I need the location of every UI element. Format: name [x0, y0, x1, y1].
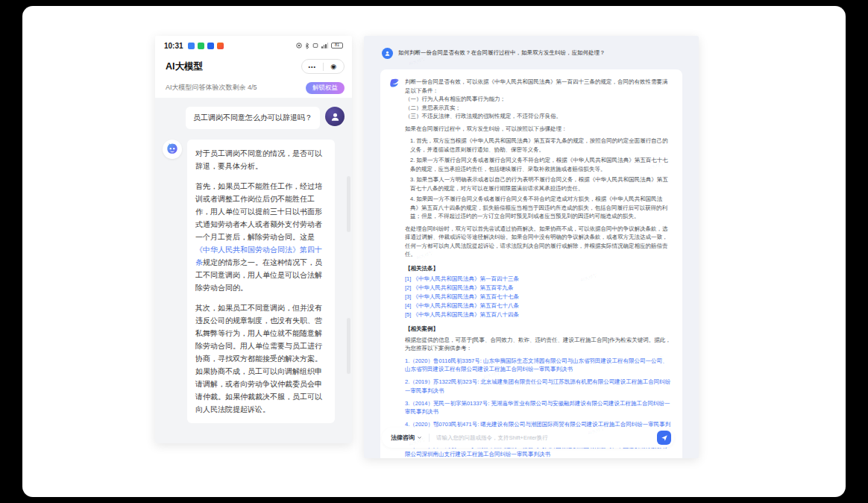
close-target-button[interactable]: ◉ [324, 63, 345, 70]
message-input-bar: 法律咨询 请输入您的问题或指令，支持Shift+Enter换行 [382, 428, 674, 448]
mode-selector[interactable]: 法律咨询 [391, 434, 422, 442]
case-link[interactable]: 3.（2014）芜民一初字第01337号: 芜湖嘉华置业有限公司与安徽融邦建设有… [405, 399, 673, 416]
ai-message-row: 对于员工调岗不同意的情况，是否可以辞退，要具体分析。 首先，如果员工不能胜任工作… [163, 140, 345, 423]
user-message-bubble: 员工调岗不同意怎么办可以辞退吗？ [186, 107, 320, 129]
ai-answer-card: 判断一份合同是否有效，可以依据《中华人民共和国民法典》第一百四十三条的规定，合同… [380, 69, 682, 458]
battery-icon: 81 [331, 43, 343, 49]
laws-list: [1] 《中华人民共和国民法典》第一百四十三条[2] 《中华人民共和国民法典》第… [405, 275, 673, 319]
quota-banner: AI大模型问答体验次数剩余 4/5 解锁权益 [155, 78, 352, 98]
step-item: 2. 如果一方不履行合同义务或者履行合同义务不符合约定，根据《中华人民共和国民法… [405, 156, 673, 173]
case-link[interactable]: 2.（2019）苏1322民初323号: 北京城建集团有限责任公司与江苏凯源有机… [405, 378, 673, 395]
related-cases-title: 【相关案例】 [405, 325, 673, 334]
closing-paragraph: 在处理合同纠纷时，双方可以首先尝试通过协商解决。如果协商不成，可以依据合同中的争… [405, 225, 673, 259]
person-icon [330, 111, 341, 122]
person-icon [384, 50, 391, 57]
ai-assistant-logo-icon [389, 78, 400, 89]
send-button[interactable] [657, 431, 671, 445]
scrollbar-thumb[interactable] [347, 176, 350, 232]
assistant-message-bubble: 对于员工调岗不同意的情况，是否可以辞退，要具体分析。 首先，如果员工不能胜任工作… [187, 140, 335, 423]
mobile-app-screenshot: 10:31 81 AI大模型 ••• ◉ AI大模型 [155, 36, 352, 443]
miniprogram-capsule: ••• ◉ [301, 59, 345, 74]
user-message-row: 员工调岗不同意怎么办可以辞退吗？ [163, 107, 345, 129]
status-time: 10:31 [164, 42, 183, 50]
law-link[interactable]: [5] 《中华人民共和国民法典》第五百八十四条 [405, 310, 673, 319]
page-canvas: 10:31 81 AI大模型 ••• ◉ AI大模型 [22, 6, 846, 497]
condition-item: （一）行为人具有相应的民事行为能力； [405, 95, 673, 104]
notification-app-icon [217, 43, 224, 49]
paragraph: 对于员工调岗不同意的情况，是否可以辞退，要具体分析。 [195, 147, 327, 172]
paper-plane-icon [661, 434, 668, 442]
screen-record-icon [296, 43, 302, 49]
more-menu-button[interactable]: ••• [302, 64, 323, 69]
law-link[interactable]: [2] 《中华人民共和国民法典》第五百零九条 [405, 284, 673, 293]
web-chat-screenshot: 如何判断一份合同是否有效？在合同履行过程中，如果双方发生纠纷，应如何处理？ 判断… [364, 36, 699, 458]
notification-app-icon [198, 43, 204, 49]
web-question-row: 如何判断一份合同是否有效？在合同履行过程中，如果双方发生纠纷，应如何处理？ [364, 36, 699, 66]
notification-app-icon [188, 43, 195, 49]
web-user-avatar [382, 48, 393, 59]
related-laws-title: 【相关法条】 [405, 264, 673, 273]
conditions-list: （一）行为人具有相应的民事行为能力；（二）意思表示真实；（三）不违反法律、行政法… [405, 95, 673, 121]
step-item: 1. 首先，双方应当根据《中华人民共和国民法典》第五百零九条的规定，按照合同的约… [405, 137, 673, 154]
unlock-benefits-button[interactable]: 解锁权益 [306, 82, 345, 94]
mute-icon [312, 43, 318, 49]
step-item: 3. 如果当事人一方明确表示或者以自己的行为表明不履行合同义务，根据《中华人民共… [405, 175, 673, 193]
cases-intro: 根据您提供的信息，可基于[民事、合同效力、欺诈、违约责任、建设工程施工合同]作为… [405, 336, 673, 353]
notification-app-icon [207, 43, 214, 49]
web-user-question: 如何判断一份合同是否有效？在合同履行过程中，如果双方发生纠纷，应如何处理？ [398, 48, 606, 58]
law-link[interactable]: [1] 《中华人民共和国民法典》第一百四十三条 [405, 275, 673, 284]
user-avatar [325, 107, 345, 126]
paragraph-text: 首先，如果员工不能胜任工作，经过培训或者调整工作岗位后仍不能胜任工作，用人单位可… [195, 182, 322, 241]
paragraph: 首先，如果员工不能胜任工作，经过培训或者调整工作岗位后仍不能胜任工作，用人单位可… [195, 180, 327, 294]
ai-answer-body: 判断一份合同是否有效，可以依据《中华人民共和国民法典》第一百四十三条的规定，合同… [405, 78, 673, 458]
paragraph-text: 规定的情形之一。在这种情况下，员工不同意调岗，用人单位是可以合法解除劳动合同的。 [195, 258, 322, 292]
signal-icon [321, 43, 328, 49]
mobile-status-bar: 10:31 81 [155, 36, 352, 55]
input-divider [429, 434, 430, 442]
scrollbar-thumb[interactable] [347, 318, 350, 374]
mobile-chat-area: 员工调岗不同意怎么办可以辞退吗？ 对于员工调岗不同意的情况，是否可以辞退，要具体… [155, 98, 352, 443]
step-item: 4. 如果因一方不履行合同义务或者履行合同义务不符合约定造成对方损失，根据《中华… [405, 195, 673, 221]
paragraph: 其次，如果员工不同意调岗，但并没有违反公司的规章制度，也没有失职、营私舞弊等行为… [195, 302, 327, 416]
mode-label: 法律咨询 [391, 434, 415, 442]
steps-list: 1. 首先，双方应当根据《中华人民共和国民法典》第五百零九条的规定，按照合同的约… [405, 137, 673, 221]
mobile-nav-bar: AI大模型 ••• ◉ [155, 55, 352, 78]
answer-intro: 判断一份合同是否有效，可以依据《中华人民共和国民法典》第一百四十三条的规定，合同… [405, 78, 673, 95]
law-link[interactable]: [4] 《中华人民共和国民法典》第五百七十八条 [405, 302, 673, 310]
condition-item: （二）意思表示真实； [405, 104, 673, 113]
assistant-mascot-avatar [163, 140, 182, 159]
dispute-intro: 如果在合同履行过程中，双方发生纠纷，可以按照以下步骤处理： [405, 125, 673, 134]
app-title: AI大模型 [166, 60, 203, 73]
case-link[interactable]: 1.（2020）鲁0116民初3357号: 山东华腾国际生态文博园有限公司与山东… [405, 357, 673, 374]
bluetooth-icon [305, 43, 309, 49]
chevron-down-icon [417, 435, 422, 440]
condition-item: （三）不违反法律、行政法规的强制性规定，不违背公序良俗。 [405, 112, 673, 121]
dragon-mascot-icon [165, 142, 180, 157]
message-input[interactable]: 请输入您的问题或指令，支持Shift+Enter换行 [436, 434, 657, 442]
law-link[interactable]: [3] 《中华人民共和国民法典》第五百七十七条 [405, 293, 673, 302]
quota-text: AI大模型问答体验次数剩余 4/5 [166, 83, 257, 93]
